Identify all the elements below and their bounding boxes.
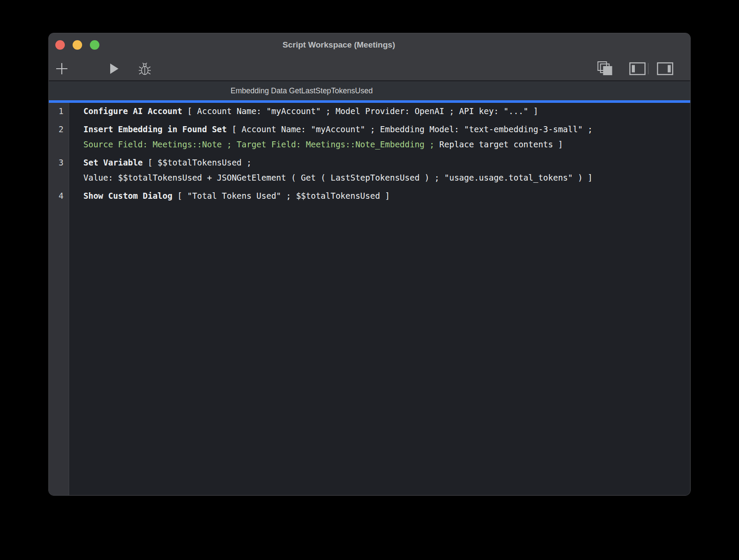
run-script-button[interactable] bbox=[109, 63, 119, 75]
line-number: 4 bbox=[49, 188, 69, 204]
code-segment-bold: Configure AI Account bbox=[83, 106, 182, 116]
code-line: Configure AI Account [ Account Name: "my… bbox=[83, 104, 538, 119]
toggle-left-sidebar-button[interactable] bbox=[629, 62, 646, 75]
line-number: 3 bbox=[49, 155, 69, 185]
code-segment-plain: [ "Total Tokens Used" ; $$totalTokensUse… bbox=[172, 191, 390, 200]
plus-icon bbox=[55, 62, 69, 76]
step-code: Show Custom Dialog [ "Total Tokens Used"… bbox=[69, 188, 390, 204]
sidebar-left-icon bbox=[629, 62, 646, 75]
sidebar-right-icon bbox=[657, 62, 673, 75]
play-icon bbox=[109, 63, 119, 75]
script-step[interactable]: 4Show Custom Dialog [ "Total Tokens Used… bbox=[49, 188, 690, 204]
code-line: Source Field: Meetings::Note ; Target Fi… bbox=[83, 137, 592, 152]
code-segment-plain: [ Account Name: "myAccount" ; Embedding … bbox=[227, 124, 592, 134]
window-title: Script Workspace (Meetings) bbox=[283, 33, 395, 57]
script-editor[interactable]: 1Configure AI Account [ Account Name: "m… bbox=[49, 103, 690, 495]
code-segment-bold: Show Custom Dialog bbox=[83, 191, 172, 200]
code-segment-plain: Value: $$totalTokensUsed + JSONGetElemen… bbox=[83, 173, 592, 182]
code-line: Show Custom Dialog [ "Total Tokens Used"… bbox=[83, 188, 390, 204]
code-line: Set Variable [ $$totalTokensUsed ; bbox=[83, 155, 592, 170]
code-segment-plain: Replace target contents ] bbox=[434, 140, 563, 149]
minimize-button[interactable] bbox=[73, 40, 82, 50]
title-bar: Script Workspace (Meetings) bbox=[49, 33, 690, 57]
zoom-button[interactable] bbox=[90, 40, 99, 50]
step-code: Insert Embedding in Found Set [ Account … bbox=[69, 122, 592, 152]
code-segment-bold: Set Variable bbox=[83, 158, 143, 167]
script-workspace-window: Script Workspace (Meetings) bbox=[48, 33, 691, 496]
code-segment-plain: [ $$totalTokensUsed ; bbox=[143, 158, 252, 167]
step-code: Set Variable [ $$totalTokensUsed ;Value:… bbox=[69, 155, 592, 185]
bug-icon bbox=[138, 62, 152, 76]
close-button[interactable] bbox=[55, 40, 65, 50]
traffic-lights bbox=[55, 40, 99, 50]
debug-script-button[interactable] bbox=[138, 62, 152, 76]
script-step[interactable]: 1Configure AI Account [ Account Name: "m… bbox=[49, 104, 690, 119]
toggle-right-sidebar-button[interactable] bbox=[657, 62, 673, 75]
code-line: Insert Embedding in Found Set [ Account … bbox=[83, 122, 592, 137]
code-line: Value: $$totalTokensUsed + JSONGetElemen… bbox=[83, 170, 592, 185]
script-steps-list: 1Configure AI Account [ Account Name: "m… bbox=[49, 104, 690, 204]
code-segment-bold: Insert Embedding in Found Set bbox=[83, 124, 227, 134]
code-segment-plain: [ Account Name: "myAccount" ; Model Prov… bbox=[182, 106, 538, 116]
line-number: 2 bbox=[49, 122, 69, 152]
script-step[interactable]: 3Set Variable [ $$totalTokensUsed ;Value… bbox=[49, 155, 690, 185]
new-script-button[interactable] bbox=[55, 62, 69, 76]
line-number: 1 bbox=[49, 104, 69, 119]
toolbar-divider bbox=[648, 63, 649, 74]
script-step[interactable]: 2Insert Embedding in Found Set [ Account… bbox=[49, 122, 690, 152]
code-segment-green: Source Field: Meetings::Note ; Target Fi… bbox=[83, 140, 434, 149]
tab-bar: Embedding Data GetLastStepTokensUsed bbox=[49, 81, 690, 100]
stacked-windows-icon bbox=[597, 61, 613, 76]
new-window-button[interactable] bbox=[597, 61, 613, 76]
step-code: Configure AI Account [ Account Name: "my… bbox=[69, 104, 538, 119]
tab-embedding-data-script[interactable]: Embedding Data GetLastStepTokensUsed bbox=[231, 81, 373, 100]
toolbar bbox=[49, 57, 690, 81]
